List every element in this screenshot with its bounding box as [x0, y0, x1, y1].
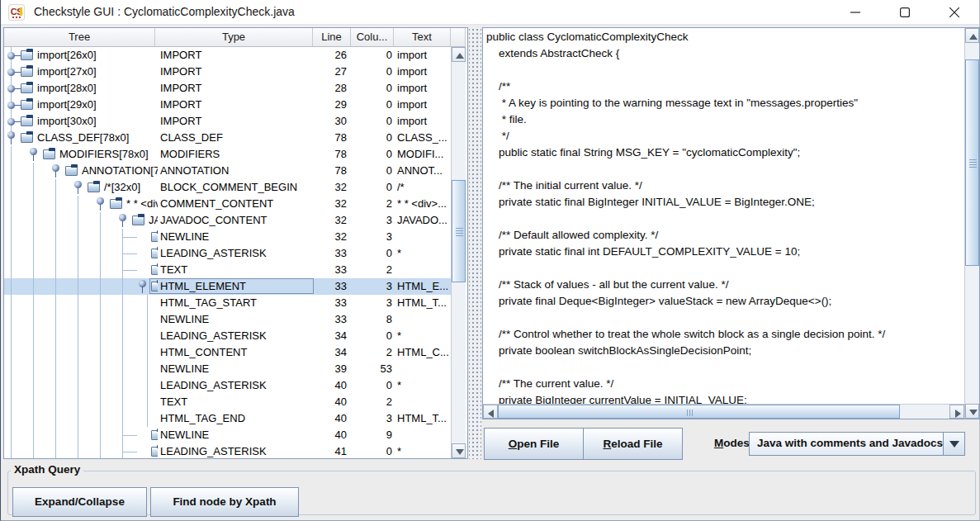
table-row[interactable]: HTML_ELEMENT333HTML_E...: [4, 278, 451, 295]
column-header-type[interactable]: Type: [155, 28, 313, 47]
column-header-text[interactable]: Text: [394, 28, 451, 47]
handle-stem: [100, 204, 101, 211]
open-file-button[interactable]: Open File: [484, 428, 584, 460]
table-row[interactable]: NEWLINE3953: [4, 361, 451, 377]
modes-dropdown[interactable]: Java with comments and Javadocs: [749, 432, 965, 456]
scroll-left-button[interactable]: [483, 405, 498, 419]
maximize-button[interactable]: [887, 0, 923, 25]
tree-guide-line: [78, 377, 78, 394]
text-cell: *: [397, 328, 451, 344]
thumb-grip: [969, 159, 977, 168]
table-row[interactable]: import[29x0]IMPORT290import: [4, 97, 451, 113]
tree-cell: JAVADOC_CONTENT[32x3]: [4, 212, 158, 229]
table-row[interactable]: MODIFIERS[78x0]MODIFIERS780MODIFI...: [4, 146, 451, 163]
table-row[interactable]: /*[32x0]BLOCK_COMMENT_BEGIN320/*: [4, 179, 451, 196]
scroll-down-button[interactable]: [965, 404, 979, 419]
maximize-icon: [900, 7, 910, 17]
tree-node-folder-icon: [151, 265, 158, 275]
tree-guide-line: [78, 344, 78, 361]
tree-cell: import[26x0]: [4, 47, 158, 64]
column-cell: 0: [351, 179, 392, 196]
scroll-down-button[interactable]: [452, 443, 466, 458]
checkstyle-logo-icon: CS: [8, 4, 25, 21]
tree-guide-line: [55, 311, 56, 328]
tree-guide-line: [33, 163, 34, 179]
type-cell: HTML_TAG_START: [160, 295, 311, 311]
table-row[interactable]: import[27x0]IMPORT270import: [4, 64, 451, 80]
type-cell: LEADING_ASTERISK: [160, 245, 311, 262]
handle-stem: [11, 138, 12, 144]
tree-guide-line: [55, 295, 56, 311]
table-row[interactable]: import[28x0]IMPORT280import: [4, 80, 451, 97]
tree-guide-line: [33, 179, 34, 196]
tree-guide-line: [55, 179, 56, 196]
line-cell: 40: [313, 377, 347, 394]
table-row[interactable]: HTML_TAG_END403HTML_T...: [4, 410, 451, 427]
text-cell: CLASS_...: [397, 130, 451, 146]
column-cell: 0: [351, 130, 392, 146]
table-row[interactable]: import[26x0]IMPORT260import: [4, 47, 451, 64]
scroll-right-button[interactable]: [949, 405, 964, 419]
table-row[interactable]: * * <div>...COMMENT_CONTENT322* * <div>.…: [4, 196, 451, 212]
table-row[interactable]: ANNOTATION[78x0]ANNOTATION780ANNOT...: [4, 163, 451, 179]
scrollbar-thumb[interactable]: [498, 405, 900, 419]
tree-guide-line: [11, 278, 12, 295]
source-code-view[interactable]: public class CyclomaticComplexityCheck e…: [483, 28, 964, 404]
expand-collapse-button[interactable]: Expand/Collapse: [12, 487, 147, 517]
tree-guide-line: [78, 311, 78, 328]
tree-guide-line: [100, 295, 101, 311]
type-cell: IMPORT: [160, 80, 311, 97]
table-row[interactable]: CLASS_DEF[78x0]CLASS_DEF780CLASS_...: [4, 130, 451, 146]
table-row[interactable]: TEXT402: [4, 394, 451, 410]
line-cell: 78: [313, 130, 347, 146]
type-cell: LEADING_ASTERISK: [160, 328, 311, 344]
tree-guide-line: [33, 377, 34, 394]
tree-vertical-scrollbar[interactable]: [451, 47, 466, 458]
table-row[interactable]: LEADING_ASTERISK400*: [4, 377, 451, 394]
tree-guide-line: [78, 229, 78, 245]
column-header-colu[interactable]: Colu...: [351, 28, 394, 47]
table-row[interactable]: LEADING_ASTERISK340*: [4, 328, 451, 344]
column-header-tree[interactable]: Tree: [4, 28, 155, 47]
text-cell: *: [397, 443, 451, 458]
table-row[interactable]: JAVADOC_CONTENT[32x3]JAVADOC_CONTENT323J…: [4, 212, 451, 229]
minimize-button[interactable]: [837, 0, 873, 25]
split-pane-divider[interactable]: [469, 27, 481, 459]
table-row[interactable]: HTML_TAG_START333HTML_T...: [4, 295, 451, 311]
text-cell: [397, 229, 451, 245]
code-horizontal-scrollbar[interactable]: [483, 404, 964, 419]
code-vertical-scrollbar[interactable]: [964, 28, 979, 419]
tree-guide-line: [100, 328, 101, 344]
table-row[interactable]: import[30x0]IMPORT300import: [4, 113, 451, 130]
text-cell: import: [397, 97, 451, 113]
scrollbar-thumb[interactable]: [452, 180, 466, 282]
column-header-line[interactable]: Line: [313, 28, 351, 47]
modes-selected-value: Java with comments and Javadocs: [757, 433, 943, 455]
scroll-up-button[interactable]: [965, 28, 979, 43]
tree-guide-line: [33, 361, 34, 377]
type-cell: BLOCK_COMMENT_BEGIN: [160, 179, 311, 196]
tree-guide-line: [147, 361, 148, 377]
dropdown-arrow-button[interactable]: [943, 433, 964, 455]
type-cell: NEWLINE: [160, 361, 311, 377]
column-cell: 3: [351, 212, 392, 229]
table-row[interactable]: LEADING_ASTERISK330*: [4, 245, 451, 262]
table-row[interactable]: NEWLINE338: [4, 311, 451, 328]
table-row[interactable]: NEWLINE409: [4, 427, 451, 443]
column-header-corner[interactable]: [451, 28, 466, 47]
scrollbar-thumb[interactable]: [965, 59, 979, 266]
find-node-by-xpath-button[interactable]: Find node by Xpath: [150, 487, 299, 517]
reload-file-button[interactable]: Reload File: [583, 428, 683, 460]
table-row[interactable]: TEXT332: [4, 262, 451, 278]
table-row[interactable]: LEADING_ASTERISK410*: [4, 443, 451, 458]
tree-guide-line: [55, 229, 56, 245]
code-line: [486, 260, 964, 277]
close-button[interactable]: [936, 0, 973, 25]
table-row[interactable]: NEWLINE323: [4, 229, 451, 245]
column-cell: 0: [351, 113, 392, 130]
table-row[interactable]: HTML_CONTENT342HTML_C...: [4, 344, 451, 361]
column-cell: 3: [351, 229, 392, 245]
down-arrow-icon: [455, 448, 465, 457]
scroll-up-button[interactable]: [452, 47, 466, 62]
tree-guide-line: [11, 212, 12, 229]
